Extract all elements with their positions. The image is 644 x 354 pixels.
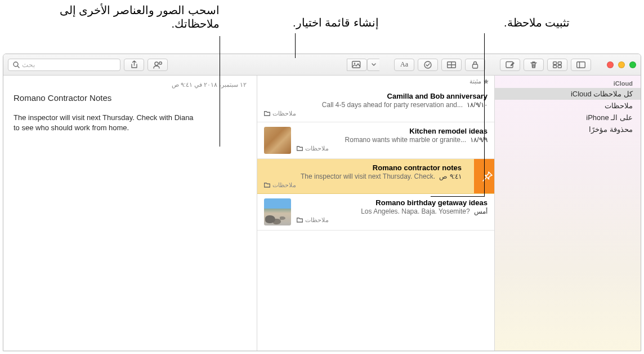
new-note-button[interactable] xyxy=(500,59,520,71)
note-folder: ملاحظات xyxy=(264,110,488,117)
sidebar-item-all-icloud[interactable]: كل ملاحظات iCloud xyxy=(495,88,641,100)
titlebar: Aa بحث xyxy=(3,54,641,76)
note-folder: ملاحظات xyxy=(297,145,488,152)
note-title: Camilla and Bob anniversary xyxy=(264,92,488,100)
callout-checklist-line xyxy=(295,33,296,58)
callout-pin-line xyxy=(484,33,485,197)
callout-pin-hline xyxy=(431,196,485,197)
format-button[interactable]: Aa xyxy=(394,59,414,71)
svg-point-13 xyxy=(354,63,355,64)
svg-rect-0 xyxy=(577,61,585,68)
folder-icon xyxy=(297,218,303,223)
window-body: iCloud كل ملاحظات iCloud ملاحظات على الـ… xyxy=(3,76,641,351)
toggle-sidebar-button[interactable] xyxy=(571,59,591,71)
callout-drag: اسحب الصور والعناصر الأخرى إلى ملاحظاتك. xyxy=(56,3,220,30)
sidebar-item-trash[interactable]: محذوفة مؤخرًا xyxy=(495,123,641,135)
delete-note-button[interactable] xyxy=(524,59,544,71)
note-editor-body: The inspector will visit next Thursday. … xyxy=(14,113,194,133)
note-row[interactable]: Romano birthday getaway ideas أمس Los An… xyxy=(257,194,494,231)
minimize-window-button[interactable] xyxy=(618,61,625,68)
note-snippet-line: أمس Los Angeles. Napa. Baja. Yosemite? xyxy=(297,207,488,215)
note-thumbnail xyxy=(264,127,291,154)
note-row-selected[interactable]: Romano contractor notes ٩:٤١ ص The inspe… xyxy=(257,159,494,194)
note-snippet-line: ١٨/٩/٩ Romano wants white marble or gran… xyxy=(297,136,488,144)
checklist-button[interactable] xyxy=(418,59,438,71)
svg-rect-5 xyxy=(558,65,561,68)
search-icon xyxy=(13,61,20,68)
note-snippet-line: ١٨/٩/١٠ Call 4-5 days ahead for party re… xyxy=(264,101,488,109)
note-thumbnail xyxy=(264,198,291,225)
add-people-button[interactable] xyxy=(147,59,168,71)
note-folder: ملاحظات xyxy=(297,216,488,224)
note-row[interactable]: Camilla and Bob anniversary ١٨/٩/١٠ Call… xyxy=(257,87,494,122)
svg-rect-3 xyxy=(558,61,561,64)
lock-note-button[interactable] xyxy=(465,59,485,71)
table-button[interactable] xyxy=(441,59,462,71)
folder-icon xyxy=(264,183,270,188)
callout-pin: تثبيت ملاحظة. xyxy=(504,16,570,29)
svg-rect-7 xyxy=(473,64,478,68)
folder-icon xyxy=(264,111,270,116)
note-folder: ملاحظات xyxy=(264,182,462,189)
callout-drag-line xyxy=(220,36,220,147)
note-editor[interactable]: ١٢ سبتمبر، ٢٠١٨ في ٩:٤١ ص Romano Contrac… xyxy=(3,76,257,351)
pinned-section-header: مثبتة xyxy=(257,76,494,87)
svg-point-14 xyxy=(155,62,158,65)
callouts-layer: اسحب الصور والعناصر الأخرى إلى ملاحظاتك.… xyxy=(0,0,644,54)
media-group xyxy=(347,59,379,71)
folder-icon xyxy=(297,146,303,151)
note-title: Romano contractor notes xyxy=(264,163,462,172)
callout-checklist: إنشاء قائمة اختيار. xyxy=(293,16,379,29)
note-editor-title: Romano Contractor Notes xyxy=(14,93,247,103)
note-row[interactable]: Kitchen remodel ideas ١٨/٩/٩ Romano want… xyxy=(257,122,494,159)
close-window-button[interactable] xyxy=(607,61,614,68)
note-title: Kitchen remodel ideas xyxy=(297,127,488,135)
svg-point-11 xyxy=(424,61,431,68)
folders-sidebar: iCloud كل ملاحظات iCloud ملاحظات على الـ… xyxy=(494,76,641,351)
note-snippet-line: ٩:٤١ ص The inspector will visit next Thu… xyxy=(264,172,462,180)
note-timestamp: ١٢ سبتمبر، ٢٠١٨ في ٩:٤١ ص xyxy=(14,81,247,88)
search-placeholder: بحث xyxy=(22,61,35,69)
window-controls xyxy=(607,61,636,68)
app-window: Aa بحث iCloud كل ملاحظات iCloud xyxy=(3,54,641,351)
add-media-button[interactable] xyxy=(347,59,367,71)
sidebar-item-notes[interactable]: ملاحظات xyxy=(495,100,641,112)
search-field[interactable]: بحث xyxy=(8,59,120,71)
sidebar-item-on-iphone[interactable]: على الـ iPhone xyxy=(495,112,641,123)
media-menu-chevron[interactable] xyxy=(367,59,379,71)
svg-rect-2 xyxy=(553,61,557,64)
view-mode-button[interactable] xyxy=(547,59,567,71)
notes-list: مثبتة Camilla and Bob anniversary ١٨/٩/١… xyxy=(257,76,494,351)
share-button[interactable] xyxy=(124,59,144,71)
svg-line-17 xyxy=(17,66,19,68)
note-title: Romano birthday getaway ideas xyxy=(297,198,488,207)
zoom-window-button[interactable] xyxy=(629,61,636,68)
pin-icon xyxy=(481,170,494,183)
sidebar-heading: iCloud xyxy=(495,78,641,88)
svg-rect-4 xyxy=(553,65,557,68)
